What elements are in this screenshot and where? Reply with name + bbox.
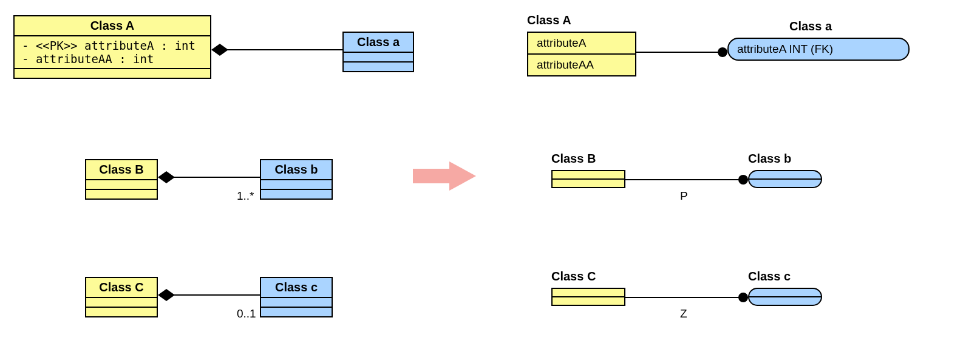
uml-class-b-name: Class b [261,160,332,179]
ie-ClassC-label: Class C [551,270,596,283]
ie-Classb-mark: P [680,189,688,203]
uml-class-A-attr1: - <<PK>> attributeA : int [22,39,203,52]
uml-class-A-name: Class A [15,16,210,35]
ie-ClassA-col2: attributeAA [528,55,635,75]
svg-marker-4 [158,171,175,183]
ie-Classc-box [748,288,822,306]
ie-Classb-box [748,170,822,188]
ie-Classa-col1: attributeA INT (FK) [729,39,908,59]
uml-class-C-name: Class C [86,278,157,297]
uml-class-c-multiplicity: 0..1 [237,307,256,321]
svg-marker-1 [211,44,228,56]
ie-Classc-mark: Z [680,307,687,321]
uml-class-B-name: Class B [86,160,157,179]
uml-class-A-attr2: - attributeAA : int [22,52,203,66]
ie-Classa-box: attributeA INT (FK) [727,38,910,61]
ie-ClassA-box: attributeA attributeAA [527,32,636,76]
ie-ClassC-box [551,288,625,306]
ie-Classa-label: Class a [789,19,832,33]
uml-class-c-name: Class c [261,278,332,297]
uml-class-C: Class C [85,277,158,317]
ie-ClassB-box [551,170,625,188]
uml-class-a-name: Class a [344,33,413,52]
ie-Classb-label: Class b [748,152,791,166]
svg-rect-7 [413,169,449,183]
uml-class-b: Class b [260,159,333,200]
svg-point-14 [738,293,748,302]
uml-class-a: Class a [342,32,414,72]
ie-ClassB-label: Class B [551,152,596,166]
ie-Classc-label: Class c [748,270,791,283]
svg-point-10 [718,47,727,57]
svg-point-12 [738,175,748,185]
diagram-stage: Class A - <<PK>> attributeA : int - attr… [0,0,980,346]
uml-class-B: Class B [85,159,158,200]
ie-ClassA-col1: attributeA [528,33,635,53]
uml-class-c: Class c [260,277,333,317]
transform-arrow [413,161,476,191]
uml-class-b-multiplicity: 1..* [237,189,254,203]
ie-ClassA-label: Class A [527,13,571,27]
svg-marker-8 [449,161,476,191]
uml-class-A: Class A - <<PK>> attributeA : int - attr… [13,15,211,79]
svg-marker-6 [158,289,175,301]
